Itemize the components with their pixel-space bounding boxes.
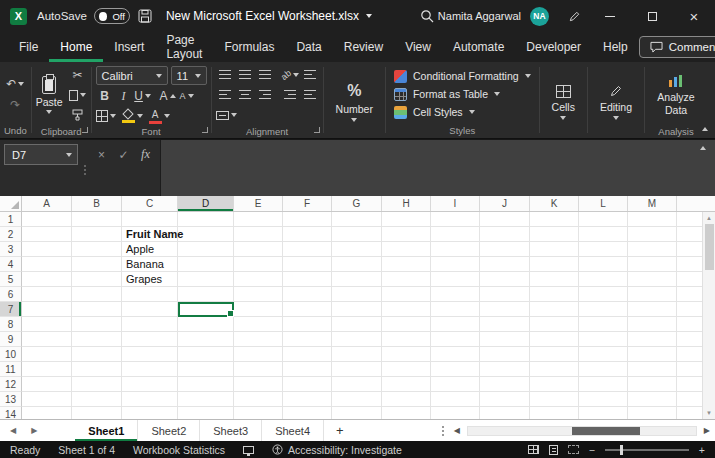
cell-L9[interactable] [579, 332, 628, 347]
ribbon-tab-insert[interactable]: Insert [103, 32, 155, 62]
cell-M3[interactable] [628, 242, 677, 257]
cell-A8[interactable] [22, 317, 72, 332]
cell-A14[interactable] [22, 407, 72, 419]
cell-J8[interactable] [480, 317, 530, 332]
vertical-scrollbar[interactable]: ▲ ▼ [702, 212, 715, 419]
cell-H11[interactable] [382, 362, 431, 377]
column-header-C[interactable]: C [122, 196, 178, 211]
cell-H9[interactable] [382, 332, 431, 347]
zoom-slider[interactable] [605, 449, 689, 451]
redo-button[interactable]: ↷ [6, 96, 24, 114]
row-header-5[interactable]: 5 [0, 272, 22, 287]
cell-G5[interactable] [332, 272, 382, 287]
confirm-entry-button[interactable]: ✓ [114, 144, 133, 165]
cell-C11[interactable] [122, 362, 178, 377]
cell-C13[interactable] [122, 392, 178, 407]
cell-J4[interactable] [480, 257, 530, 272]
maximize-button[interactable] [631, 0, 673, 32]
cell-L7[interactable] [579, 302, 628, 317]
cell-B1[interactable] [72, 212, 122, 227]
alignment-dialog-launcher[interactable] [314, 127, 320, 133]
cell-K1[interactable] [530, 212, 579, 227]
clipboard-dialog-launcher[interactable] [82, 127, 88, 133]
cell-H12[interactable] [382, 377, 431, 392]
cell-I2[interactable] [431, 227, 480, 242]
select-all-corner[interactable] [0, 196, 22, 211]
row-header-14[interactable]: 14 [0, 407, 22, 419]
column-header-K[interactable]: K [530, 196, 579, 211]
cell-L4[interactable] [579, 257, 628, 272]
cell-E9[interactable] [234, 332, 283, 347]
cell-A2[interactable] [22, 227, 72, 242]
row-header-4[interactable]: 4 [0, 257, 22, 272]
cell-A1[interactable] [22, 212, 72, 227]
column-header-G[interactable]: G [332, 196, 382, 211]
cell-B14[interactable] [72, 407, 122, 419]
cell-H4[interactable] [382, 257, 431, 272]
cell-L3[interactable] [579, 242, 628, 257]
copy-button[interactable] [69, 86, 87, 104]
cell-J3[interactable] [480, 242, 530, 257]
cell-E11[interactable] [234, 362, 283, 377]
cell-M14[interactable] [628, 407, 677, 419]
cell-F10[interactable] [283, 347, 332, 362]
cell-F13[interactable] [283, 392, 332, 407]
ribbon-tab-formulas[interactable]: Formulas [213, 32, 285, 62]
cell-B7[interactable] [72, 302, 122, 317]
cell-D6[interactable] [178, 287, 234, 302]
cells-button[interactable]: Cells [544, 66, 583, 138]
analyze-data-button[interactable]: Analyze Data [649, 66, 703, 125]
cell-C2[interactable]: Fruit Name [122, 227, 178, 242]
cell-G14[interactable] [332, 407, 382, 419]
cell-D9[interactable] [178, 332, 234, 347]
display-settings-icon[interactable] [243, 446, 254, 454]
cell-J6[interactable] [480, 287, 530, 302]
cell-F1[interactable] [283, 212, 332, 227]
cell-I13[interactable] [431, 392, 480, 407]
align-top-button[interactable] [216, 66, 234, 84]
cell-H13[interactable] [382, 392, 431, 407]
cell-A3[interactable] [22, 242, 72, 257]
cell-K14[interactable] [530, 407, 579, 419]
cell-J9[interactable] [480, 332, 530, 347]
cell-C5[interactable]: Grapes [122, 272, 178, 287]
styles-item-format-as-table[interactable]: Format as Table [390, 86, 535, 103]
cell-H10[interactable] [382, 347, 431, 362]
cell-D10[interactable] [178, 347, 234, 362]
cell-K3[interactable] [530, 242, 579, 257]
close-button[interactable]: × [673, 0, 715, 32]
cell-G11[interactable] [332, 362, 382, 377]
excel-app-icon[interactable]: X [10, 8, 27, 25]
cell-L2[interactable] [579, 227, 628, 242]
cell-A9[interactable] [22, 332, 72, 347]
insert-function-button[interactable]: fx [136, 144, 155, 165]
cell-L5[interactable] [579, 272, 628, 287]
italic-button[interactable]: I [115, 87, 133, 105]
row-header-6[interactable]: 6 [0, 287, 22, 302]
avatar[interactable]: NA [530, 7, 549, 26]
cell-E6[interactable] [234, 287, 283, 302]
cell-G4[interactable] [332, 257, 382, 272]
cell-G13[interactable] [332, 392, 382, 407]
cell-L8[interactable] [579, 317, 628, 332]
cell-A4[interactable] [22, 257, 72, 272]
cell-B9[interactable] [72, 332, 122, 347]
scroll-down-icon[interactable]: ▼ [706, 410, 712, 416]
cell-C4[interactable]: Banana [122, 257, 178, 272]
sheet-tab-sheet1[interactable]: Sheet1 [75, 420, 138, 441]
cell-B8[interactable] [72, 317, 122, 332]
cell-I1[interactable] [431, 212, 480, 227]
align-middle-button[interactable] [236, 66, 254, 84]
cell-D13[interactable] [178, 392, 234, 407]
cell-I14[interactable] [431, 407, 480, 419]
cell-J2[interactable] [480, 227, 530, 242]
cell-G2[interactable] [332, 227, 382, 242]
cell-E7[interactable] [234, 302, 283, 317]
page-break-view-button[interactable] [568, 445, 579, 454]
cell-A6[interactable] [22, 287, 72, 302]
row-header-13[interactable]: 13 [0, 392, 22, 407]
cell-H7[interactable] [382, 302, 431, 317]
cell-D7[interactable] [178, 302, 234, 317]
cell-I6[interactable] [431, 287, 480, 302]
collapse-ribbon-button[interactable] [702, 127, 708, 131]
